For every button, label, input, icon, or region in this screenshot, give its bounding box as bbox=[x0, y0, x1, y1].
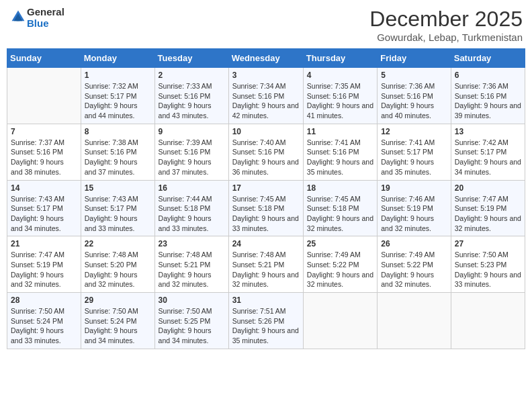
calendar-cell: 21Sunrise: 7:47 AMSunset: 5:19 PMDayligh… bbox=[7, 236, 81, 293]
calendar-cell: 23Sunrise: 7:48 AMSunset: 5:21 PMDayligh… bbox=[154, 236, 228, 293]
calendar-cell: 11Sunrise: 7:41 AMSunset: 5:16 PMDayligh… bbox=[303, 124, 377, 180]
day-header-friday: Friday bbox=[378, 49, 451, 68]
cell-info: Sunrise: 7:37 AMSunset: 5:16 PMDaylight:… bbox=[11, 138, 77, 177]
calendar-cell: 26Sunrise: 7:49 AMSunset: 5:22 PMDayligh… bbox=[378, 236, 451, 293]
cell-info: Sunrise: 7:40 AMSunset: 5:16 PMDaylight:… bbox=[232, 138, 300, 177]
cell-date-number: 24 bbox=[232, 239, 300, 248]
day-header-sunday: Sunday bbox=[7, 49, 81, 68]
logo-general-text: General bbox=[27, 7, 64, 18]
cell-info: Sunrise: 7:36 AMSunset: 5:16 PMDaylight:… bbox=[381, 81, 447, 121]
title-block: December 2025 Gowurdak, Lebap, Turkmenis… bbox=[369, 7, 523, 43]
calendar-cell: 12Sunrise: 7:41 AMSunset: 5:17 PMDayligh… bbox=[378, 124, 451, 180]
calendar-week-row: 1Sunrise: 7:32 AMSunset: 5:17 PMDaylight… bbox=[7, 68, 525, 124]
calendar-cell: 31Sunrise: 7:51 AMSunset: 5:26 PMDayligh… bbox=[228, 293, 303, 349]
cell-info: Sunrise: 7:50 AMSunset: 5:25 PMDaylight:… bbox=[159, 306, 225, 346]
calendar-cell: 28Sunrise: 7:50 AMSunset: 5:24 PMDayligh… bbox=[7, 293, 81, 349]
cell-info: Sunrise: 7:50 AMSunset: 5:23 PMDaylight:… bbox=[455, 250, 521, 289]
cell-info: Sunrise: 7:50 AMSunset: 5:24 PMDaylight:… bbox=[11, 306, 77, 346]
cell-date-number: 25 bbox=[307, 239, 373, 248]
calendar-cell: 14Sunrise: 7:43 AMSunset: 5:17 PMDayligh… bbox=[7, 180, 81, 236]
calendar-cell: 2Sunrise: 7:33 AMSunset: 5:16 PMDaylight… bbox=[154, 68, 228, 124]
cell-info: Sunrise: 7:41 AMSunset: 5:16 PMDaylight:… bbox=[307, 138, 373, 177]
calendar-cell bbox=[7, 68, 81, 124]
calendar-cell bbox=[451, 293, 525, 349]
calendar-cell: 7Sunrise: 7:37 AMSunset: 5:16 PMDaylight… bbox=[7, 124, 81, 180]
calendar-cell: 4Sunrise: 7:35 AMSunset: 5:16 PMDaylight… bbox=[303, 68, 377, 124]
cell-info: Sunrise: 7:51 AMSunset: 5:26 PMDaylight:… bbox=[232, 306, 300, 346]
calendar-cell: 16Sunrise: 7:44 AMSunset: 5:18 PMDayligh… bbox=[154, 180, 228, 236]
day-header-thursday: Thursday bbox=[303, 49, 377, 68]
cell-date-number: 21 bbox=[11, 239, 77, 248]
cell-info: Sunrise: 7:36 AMSunset: 5:16 PMDaylight:… bbox=[455, 81, 521, 121]
cell-date-number: 2 bbox=[159, 71, 225, 80]
calendar-header-row: SundayMondayTuesdayWednesdayThursdayFrid… bbox=[7, 49, 525, 68]
cell-date-number: 1 bbox=[85, 71, 151, 80]
cell-info: Sunrise: 7:46 AMSunset: 5:19 PMDaylight:… bbox=[381, 194, 447, 234]
day-header-monday: Monday bbox=[81, 49, 154, 68]
cell-date-number: 29 bbox=[85, 295, 151, 305]
calendar-cell: 30Sunrise: 7:50 AMSunset: 5:25 PMDayligh… bbox=[154, 293, 228, 349]
cell-date-number: 8 bbox=[85, 127, 151, 136]
cell-info: Sunrise: 7:48 AMSunset: 5:20 PMDaylight:… bbox=[85, 250, 151, 289]
cell-info: Sunrise: 7:49 AMSunset: 5:22 PMDaylight:… bbox=[381, 250, 447, 289]
cell-info: Sunrise: 7:38 AMSunset: 5:16 PMDaylight:… bbox=[85, 138, 151, 177]
calendar-week-row: 7Sunrise: 7:37 AMSunset: 5:16 PMDaylight… bbox=[7, 124, 525, 180]
cell-date-number: 6 bbox=[455, 71, 521, 80]
cell-date-number: 15 bbox=[85, 183, 151, 193]
cell-date-number: 31 bbox=[232, 295, 300, 305]
cell-date-number: 28 bbox=[11, 295, 77, 305]
calendar-cell: 17Sunrise: 7:45 AMSunset: 5:18 PMDayligh… bbox=[228, 180, 303, 236]
calendar-cell: 18Sunrise: 7:45 AMSunset: 5:18 PMDayligh… bbox=[303, 180, 377, 236]
calendar-cell bbox=[378, 293, 451, 349]
cell-date-number: 26 bbox=[381, 239, 447, 248]
calendar-cell: 1Sunrise: 7:32 AMSunset: 5:17 PMDaylight… bbox=[81, 68, 154, 124]
cell-info: Sunrise: 7:33 AMSunset: 5:16 PMDaylight:… bbox=[159, 81, 225, 121]
cell-date-number: 20 bbox=[455, 183, 521, 193]
logo-blue-text: Blue bbox=[27, 18, 64, 30]
calendar-cell: 8Sunrise: 7:38 AMSunset: 5:16 PMDaylight… bbox=[81, 124, 154, 180]
day-header-tuesday: Tuesday bbox=[154, 49, 228, 68]
cell-info: Sunrise: 7:44 AMSunset: 5:18 PMDaylight:… bbox=[159, 194, 225, 234]
cell-info: Sunrise: 7:47 AMSunset: 5:19 PMDaylight:… bbox=[455, 194, 521, 234]
cell-date-number: 17 bbox=[232, 183, 300, 193]
cell-date-number: 11 bbox=[307, 127, 373, 136]
calendar-week-row: 28Sunrise: 7:50 AMSunset: 5:24 PMDayligh… bbox=[7, 293, 525, 349]
calendar-cell: 24Sunrise: 7:48 AMSunset: 5:21 PMDayligh… bbox=[228, 236, 303, 293]
calendar-week-row: 21Sunrise: 7:47 AMSunset: 5:19 PMDayligh… bbox=[7, 236, 525, 293]
cell-date-number: 23 bbox=[159, 239, 225, 248]
cell-info: Sunrise: 7:45 AMSunset: 5:18 PMDaylight:… bbox=[232, 194, 300, 234]
cell-date-number: 19 bbox=[381, 183, 447, 193]
cell-info: Sunrise: 7:34 AMSunset: 5:16 PMDaylight:… bbox=[232, 81, 300, 121]
cell-date-number: 4 bbox=[307, 71, 373, 80]
cell-date-number: 22 bbox=[85, 239, 151, 248]
calendar-cell: 3Sunrise: 7:34 AMSunset: 5:16 PMDaylight… bbox=[228, 68, 303, 124]
cell-info: Sunrise: 7:49 AMSunset: 5:22 PMDaylight:… bbox=[307, 250, 373, 289]
cell-info: Sunrise: 7:48 AMSunset: 5:21 PMDaylight:… bbox=[159, 250, 225, 289]
cell-info: Sunrise: 7:32 AMSunset: 5:17 PMDaylight:… bbox=[85, 81, 151, 121]
calendar-week-row: 14Sunrise: 7:43 AMSunset: 5:17 PMDayligh… bbox=[7, 180, 525, 236]
cell-info: Sunrise: 7:50 AMSunset: 5:24 PMDaylight:… bbox=[85, 306, 151, 346]
cell-info: Sunrise: 7:43 AMSunset: 5:17 PMDaylight:… bbox=[11, 194, 77, 234]
calendar-cell: 6Sunrise: 7:36 AMSunset: 5:16 PMDaylight… bbox=[451, 68, 525, 124]
calendar-cell bbox=[303, 293, 377, 349]
cell-info: Sunrise: 7:47 AMSunset: 5:19 PMDaylight:… bbox=[11, 250, 77, 289]
logo: General Blue bbox=[9, 7, 64, 29]
cell-date-number: 14 bbox=[11, 183, 77, 193]
cell-date-number: 5 bbox=[381, 71, 447, 80]
cell-info: Sunrise: 7:43 AMSunset: 5:17 PMDaylight:… bbox=[85, 194, 151, 234]
cell-date-number: 13 bbox=[455, 127, 521, 136]
calendar-cell: 19Sunrise: 7:46 AMSunset: 5:19 PMDayligh… bbox=[378, 180, 451, 236]
cell-date-number: 30 bbox=[159, 295, 225, 305]
page-header: General Blue December 2025 Gowurdak, Leb… bbox=[7, 7, 525, 43]
calendar-cell: 10Sunrise: 7:40 AMSunset: 5:16 PMDayligh… bbox=[228, 124, 303, 180]
cell-info: Sunrise: 7:41 AMSunset: 5:17 PMDaylight:… bbox=[381, 138, 447, 177]
calendar-cell: 13Sunrise: 7:42 AMSunset: 5:17 PMDayligh… bbox=[451, 124, 525, 180]
month-title: December 2025 bbox=[369, 7, 523, 32]
cell-date-number: 27 bbox=[455, 239, 521, 248]
cell-date-number: 7 bbox=[11, 127, 77, 136]
cell-date-number: 18 bbox=[307, 183, 373, 193]
cell-info: Sunrise: 7:45 AMSunset: 5:18 PMDaylight:… bbox=[307, 194, 373, 234]
cell-info: Sunrise: 7:35 AMSunset: 5:16 PMDaylight:… bbox=[307, 81, 373, 121]
calendar-cell: 20Sunrise: 7:47 AMSunset: 5:19 PMDayligh… bbox=[451, 180, 525, 236]
cell-info: Sunrise: 7:39 AMSunset: 5:16 PMDaylight:… bbox=[159, 138, 225, 177]
